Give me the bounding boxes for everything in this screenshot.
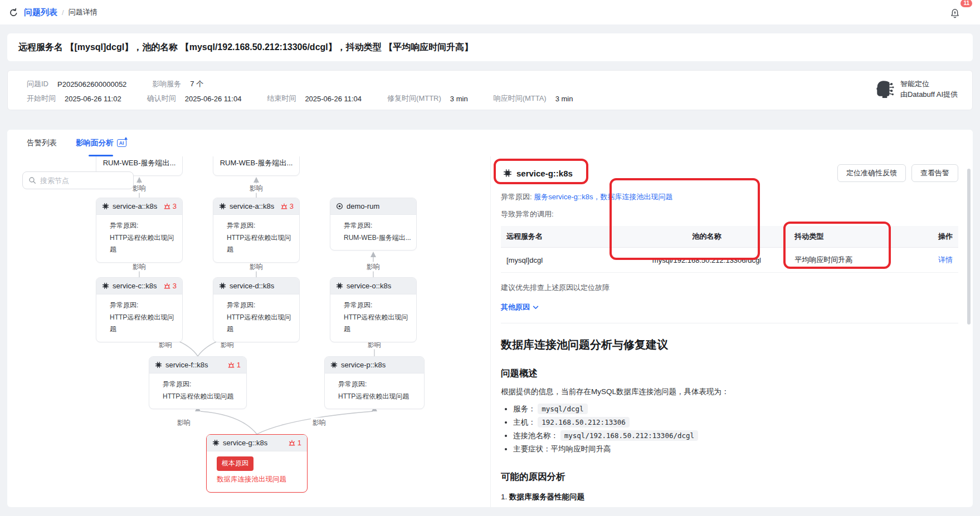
- other-reasons-toggle[interactable]: 其他原因: [501, 302, 958, 312]
- search-input[interactable]: [40, 176, 124, 185]
- info-value: 3 min: [450, 95, 468, 103]
- graph-node-service-f[interactable]: service-f::k8s 1 异常原因: HTTP远程依赖出现问题: [149, 356, 247, 409]
- anomaly-label: 异常原因:: [501, 193, 532, 201]
- node-header: service-a::k8s 3: [96, 198, 182, 215]
- tab-impact-analysis[interactable]: 影响面分析 AI: [76, 130, 126, 156]
- reason-text: HTTP远程依赖出现问题: [110, 312, 178, 336]
- panel-header: service-g::k8s 定位准确性反馈 查看告警: [501, 164, 958, 182]
- service-icon: [336, 282, 343, 289]
- node-title: service-a::k8s: [113, 202, 157, 210]
- graph-node-service-a-2[interactable]: service-a::k8s 3 异常原因: HTTP远程依赖出现问题: [213, 198, 300, 263]
- info-value: P2025062600000052: [57, 80, 126, 89]
- scrollbar-thumb[interactable]: [967, 169, 971, 325]
- node-title: service-o::k8s: [347, 282, 391, 290]
- reason-text: RUM-WEB-服务端出...: [344, 232, 412, 244]
- breadcrumb-separator: /: [62, 8, 64, 17]
- reason-label: 异常原因:: [227, 299, 295, 312]
- info-label: 影响服务: [152, 79, 181, 89]
- bullet-host: 主机： 192.168.50.212:13306: [513, 416, 958, 429]
- info-label: 问题ID: [27, 79, 48, 89]
- cell-remote-service: [mysql]dcgl: [501, 248, 625, 273]
- graph-node-service-c[interactable]: service-c::k8s 3 异常原因: HTTP远程依赖出现问题: [96, 277, 183, 342]
- causes-heading: 可能的原因分析: [501, 471, 958, 483]
- tabbar: 告警列表 影响面分析 AI: [7, 130, 973, 156]
- chevron-down-icon: [533, 304, 539, 311]
- info-label: 修复时间(MTTR): [387, 94, 441, 104]
- edge-label: 影响: [365, 262, 382, 272]
- graph-node-service-d[interactable]: service-d::k8s 异常原因: HTTP远程依赖出现问题: [213, 277, 300, 342]
- reason-label: 异常原因:: [227, 220, 295, 232]
- graph-node-service-g-root[interactable]: service-g::k8s 1 根本原因 数据库连接池出现问题: [206, 434, 308, 493]
- bullet-label: 服务：: [513, 405, 536, 413]
- node-body: 异常原因: RUM-WEB-服务端出...: [330, 215, 416, 250]
- bullet-label: 主机：: [513, 418, 536, 426]
- breadcrumb-problem-list[interactable]: 问题列表: [24, 7, 57, 18]
- table-header-row: 远程服务名 池的名称 抖动类型 操作: [501, 226, 958, 248]
- node-body: 异常原因: HTTP远程依赖出现问题: [325, 374, 424, 409]
- ai-tab-icon: AI: [117, 139, 126, 147]
- node-title: service-p::k8s: [341, 361, 386, 369]
- node-body: 异常原因: HTTP远程依赖出现问题: [96, 215, 182, 262]
- alarm-number: 1: [298, 439, 301, 447]
- service-icon: [219, 282, 226, 289]
- graph-node-service-a-1[interactable]: service-a::k8s 3 异常原因: HTTP远程依赖出现问题: [96, 198, 183, 263]
- service-icon: [212, 439, 220, 446]
- reason-label: 异常原因:: [163, 379, 242, 391]
- notification-area: 11: [948, 3, 967, 22]
- reason-text: HTTP远程依赖出现问题: [227, 232, 295, 256]
- detail-link[interactable]: 详情: [938, 255, 953, 264]
- node-title: service-g::k8s: [223, 439, 267, 447]
- alarm-count: 1: [227, 361, 241, 369]
- reason-label: 异常原因:: [110, 220, 178, 232]
- problem-info-card: 问题IDP2025062600000052 影响服务7 个 开始时间2025-0…: [7, 70, 973, 110]
- alarm-icon: [280, 203, 288, 210]
- node-title: service-a::k8s: [230, 202, 274, 210]
- alarm-icon: [288, 439, 296, 447]
- cause-title: 数据库服务器性能问题: [509, 493, 584, 501]
- node-title: service-c::k8s: [113, 282, 157, 290]
- report-title: 数据库连接池问题分析与修复建议: [501, 337, 958, 352]
- tab-alarm-list[interactable]: 告警列表: [27, 130, 57, 156]
- bell-icon[interactable]: [950, 8, 960, 22]
- info-value: 2025-06-26 11:04: [305, 95, 362, 103]
- alarm-number: 3: [173, 202, 177, 210]
- edge-label: 影响: [131, 262, 148, 272]
- alarm-icon: [163, 203, 171, 210]
- node-header: service-g::k8s 1: [207, 435, 307, 451]
- info-value: 2025-06-26 11:04: [185, 95, 242, 103]
- graph-node-service-o[interactable]: service-o::k8s 异常原因: HTTP远程依赖出现问题: [330, 277, 417, 342]
- info-value: 7 个: [190, 79, 203, 89]
- node-title: service-d::k8s: [230, 282, 274, 290]
- col-action: 操作: [908, 226, 958, 248]
- col-remote-service: 远程服务名: [501, 226, 625, 248]
- graph-node-demo-rum[interactable]: demo-rum 异常原因: RUM-WEB-服务端出...: [330, 198, 417, 250]
- node-header: service-o::k8s: [330, 278, 416, 294]
- alarm-number: 3: [290, 202, 294, 210]
- graph-node-service-p[interactable]: service-p::k8s 异常原因: HTTP远程依赖出现问题: [324, 356, 425, 409]
- service-icon: [155, 361, 162, 368]
- table-row: [mysql]dcgl mysql/192.168.50.212:13306/d…: [501, 248, 958, 273]
- node-title: RUM-WEB-服务端出...: [220, 158, 293, 168]
- code-chip: mysql/192.168.50.212:13306/dcgl: [560, 430, 698, 441]
- cell-jitter-type: 平均响应时间升高: [789, 248, 908, 273]
- alarm-icon: [163, 282, 171, 290]
- bullet-symptom: 主要症状：平均响应时间升高: [513, 443, 958, 456]
- feedback-button[interactable]: 定位准确性反馈: [837, 164, 906, 182]
- graph-node-rum-web-2[interactable]: RUM-WEB-服务端出...: [213, 156, 300, 176]
- node-header: service-a::k8s 3: [213, 198, 299, 215]
- ai-locate-badge: 智能定位 由Databuff AI提供: [875, 78, 958, 100]
- view-alarms-button[interactable]: 查看告警: [911, 164, 958, 182]
- info-row-2: 开始时间2025-06-26 11:02 确认时间2025-06-26 11:0…: [27, 91, 961, 106]
- reason-text: HTTP远程依赖出现问题: [338, 391, 420, 403]
- alarm-count: 3: [163, 202, 177, 210]
- ai-badge-line1: 智能定位: [900, 78, 958, 89]
- anomaly-reason-link[interactable]: 服务service-g::k8s，数据库连接池出现问题: [534, 193, 672, 201]
- node-header: service-d::k8s: [213, 278, 299, 294]
- tab-label: 影响面分析: [76, 138, 114, 148]
- node-header: demo-rum: [330, 198, 416, 215]
- info-label: 开始时间: [27, 94, 56, 104]
- alarm-count: 1: [288, 439, 301, 447]
- node-body: 异常原因: HTTP远程依赖出现问题: [149, 374, 246, 409]
- back-button[interactable]: [9, 8, 18, 17]
- root-cause-badge: 根本原因: [217, 456, 253, 471]
